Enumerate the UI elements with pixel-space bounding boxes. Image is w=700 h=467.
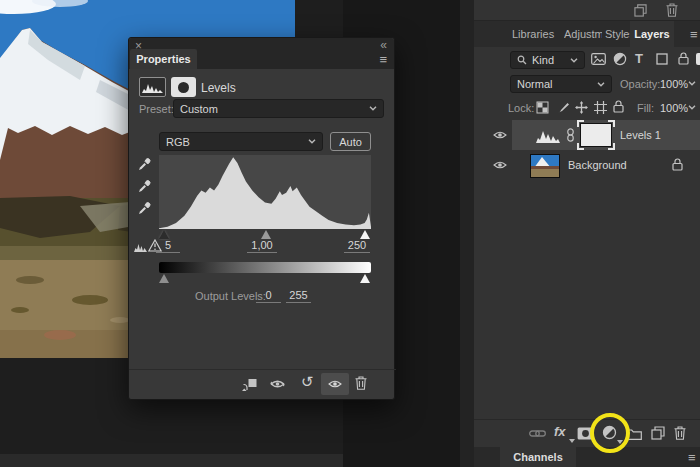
eye-icon [493, 160, 507, 170]
panel-menu-icon[interactable]: ≡ [688, 451, 696, 464]
mask-link-icon[interactable] [566, 128, 575, 142]
brush-icon [556, 101, 569, 114]
new-layer-button[interactable] [651, 426, 665, 440]
canvas-scrollbar[interactable] [0, 454, 343, 467]
delete-adjustment-button[interactable] [355, 376, 367, 390]
layer-row-levels1[interactable]: Levels 1 [474, 120, 700, 150]
checkerboard-icon [536, 101, 549, 114]
view-previous-state-button[interactable] [269, 378, 286, 390]
type-icon: T [635, 51, 643, 66]
tab-libraries[interactable]: Libraries [512, 28, 554, 40]
lock-artboard-button[interactable] [594, 101, 607, 114]
photoshop-app: Libraries Adjustme Styles Layers ≡ Kind … [0, 0, 700, 467]
eye-icon [493, 130, 507, 140]
tab-properties[interactable]: Properties [130, 49, 197, 69]
layer-mask-thumbnail[interactable] [580, 123, 612, 147]
visibility-toggle-background[interactable] [493, 160, 507, 170]
link-layers-button[interactable] [529, 429, 546, 438]
delete-item-button[interactable] [666, 3, 678, 17]
shadows-slider[interactable] [159, 230, 169, 239]
fill-value[interactable]: 100% [660, 102, 688, 114]
clip-to-layer-icon [242, 378, 257, 391]
trash-icon [666, 3, 678, 17]
layer-row-background[interactable]: Background [474, 150, 700, 180]
chevron-down-icon [308, 139, 316, 144]
output-black-slider[interactable] [159, 274, 169, 283]
layer-styles-button[interactable]: fx [554, 424, 566, 439]
trash-icon [355, 376, 367, 390]
filter-type-layers-button[interactable]: T [635, 51, 643, 66]
collapse-icon[interactable]: « [380, 38, 387, 52]
filter-pixel-layers-button[interactable] [591, 53, 606, 65]
output-white-input[interactable]: 255 [286, 289, 311, 303]
lock-position-button[interactable] [575, 101, 588, 114]
lock-transparency-button[interactable] [536, 101, 549, 114]
output-white-slider[interactable] [360, 274, 370, 283]
trash-icon [674, 426, 686, 440]
lock-row: Lock: Fill: 100% [474, 97, 700, 120]
caret-icon [569, 439, 575, 443]
eyedropper-icon [138, 179, 152, 193]
gray-point-eyedropper[interactable] [138, 179, 152, 193]
channels-tab-bar: Channels ≡ [474, 447, 700, 467]
filter-toggle-clipped[interactable] [696, 53, 700, 65]
chevron-down-icon[interactable] [688, 105, 696, 110]
panel-menu-icon[interactable]: ≡ [379, 53, 387, 66]
lock-label: Lock: [508, 102, 534, 114]
panel-menu-icon[interactable]: ≡ [690, 28, 698, 41]
adjustment-title: Levels [201, 81, 236, 95]
lock-paint-button[interactable] [556, 101, 569, 114]
move-icon [575, 101, 588, 114]
tab-layers[interactable]: Layers [630, 21, 674, 47]
opacity-value[interactable]: 100% [660, 78, 688, 90]
eyedropper-icon [138, 157, 152, 171]
visibility-toggle-levels1[interactable] [493, 130, 507, 140]
new-layer-icon [634, 4, 647, 17]
reset-button[interactable]: ↺ [301, 374, 314, 389]
lock-all-button[interactable] [613, 100, 624, 113]
new-layer-icon [651, 426, 665, 440]
layer-name-levels1[interactable]: Levels 1 [620, 129, 661, 141]
eyedropper-icon [138, 201, 152, 215]
histogram-source-icon[interactable] [134, 242, 147, 252]
highlights-input[interactable]: 250 [344, 239, 370, 253]
blend-mode-dropdown[interactable]: Normal [510, 75, 612, 93]
levels-adjustment-thumbnail[interactable] [536, 127, 560, 143]
right-dock: Libraries Adjustme Styles Layers ≡ Kind … [474, 0, 700, 467]
kind-filter-dropdown[interactable]: Kind [510, 51, 585, 69]
highlights-slider[interactable] [360, 230, 370, 239]
padlock-icon [613, 100, 624, 113]
filter-smart-objects-button[interactable] [678, 52, 689, 65]
midtones-slider[interactable] [261, 230, 271, 239]
black-point-eyedropper[interactable] [138, 157, 152, 171]
tab-channels[interactable]: Channels [500, 447, 576, 467]
shadows-input[interactable]: 5 [156, 239, 180, 253]
blend-row: Normal Opacity: 100% [474, 72, 700, 97]
preset-dropdown[interactable]: Custom [173, 99, 384, 118]
properties-panel-header: × « Properties ≡ [129, 38, 394, 69]
search-icon [517, 55, 527, 65]
preset-label: Preset: [139, 103, 174, 115]
new-item-button[interactable] [634, 4, 647, 17]
filter-adjustment-layers-button[interactable] [613, 52, 627, 66]
filter-shape-layers-button[interactable] [656, 53, 668, 65]
visibility-toggle-button[interactable] [321, 373, 349, 395]
clip-to-layer-button[interactable] [242, 378, 257, 391]
annotation-highlight-circle [590, 413, 630, 453]
mask-badge-icon [171, 77, 196, 97]
auto-button[interactable]: Auto [330, 132, 371, 151]
levels-histogram [159, 155, 371, 229]
background-layer-thumbnail[interactable] [530, 154, 560, 178]
channel-dropdown[interactable]: RGB [159, 132, 323, 151]
background-lock-icon [672, 158, 683, 171]
white-point-eyedropper[interactable] [138, 201, 152, 215]
output-black-input[interactable]: 0 [256, 289, 281, 303]
tab-adjustments[interactable]: Adjustme [564, 28, 602, 40]
layer-name-background[interactable]: Background [568, 159, 627, 171]
chevron-down-icon[interactable] [688, 81, 696, 86]
midtones-input[interactable]: 1,00 [247, 239, 277, 253]
panel-gutter [460, 0, 474, 467]
chevron-down-icon [570, 58, 578, 63]
padlock-icon [678, 52, 689, 65]
delete-layer-button[interactable] [674, 426, 686, 440]
